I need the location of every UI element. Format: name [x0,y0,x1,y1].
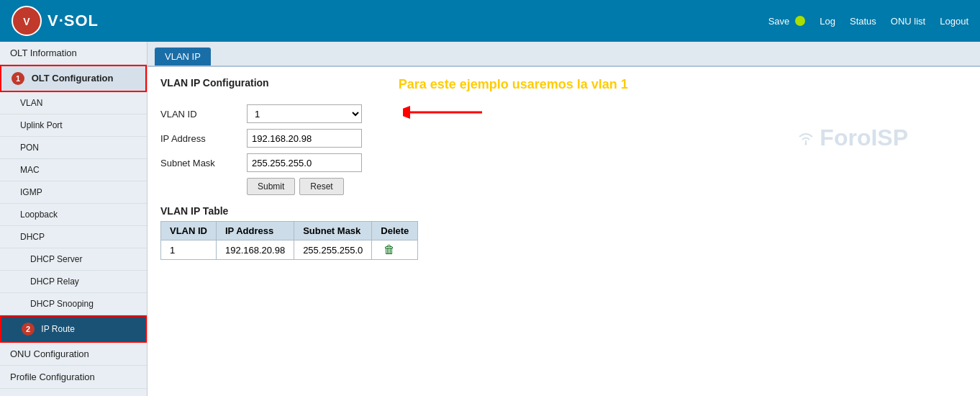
tab-vlan-ip-label: VLAN IP [165,51,201,62]
sidebar-item-vlan[interactable]: VLAN [0,92,147,114]
sidebar-item-olt-configuration[interactable]: 1 OLT Configuration [0,65,147,92]
sidebar-label-dhcp-server: DHCP Server [30,254,82,264]
col-subnet-mask: Subnet Mask [294,222,372,240]
tab-vlan-ip[interactable]: VLAN IP [155,48,211,66]
sidebar-item-loopback[interactable]: Loopback [0,204,147,226]
sidebar-label-dhcp: DHCP [20,232,45,242]
subnet-mask-label: Subnet Mask [160,158,247,168]
badge-2: 2 [22,323,35,336]
sidebar-item-dhcp-server[interactable]: DHCP Server [0,248,147,271]
sidebar-label-loopback: Loopback [20,210,58,220]
header-right: Save Log Status ONU list Logout [768,16,968,27]
sidebar-item-dhcp[interactable]: DHCP [0,226,147,248]
sidebar-label-olt-information: OLT Information [10,48,77,58]
sidebar-item-system-configuration[interactable]: System Configuration [0,389,147,396]
col-delete: Delete [372,222,418,240]
tab-bar: VLAN IP [148,42,980,67]
header-save: Save [768,16,806,27]
sidebar-item-ip-route[interactable]: 2 IP Route [0,315,147,343]
sidebar-label-mac: MAC [20,165,40,175]
delete-row-button[interactable]: 🗑 [381,243,398,256]
watermark: ForoISP [795,125,908,151]
watermark-text: ForoISP [820,125,908,151]
row-vlan-id: 1 [161,240,217,260]
sidebar-label-igmp: IGMP [20,187,42,197]
save-label[interactable]: Save [768,16,790,27]
main-content: VLAN IP VLAN IP Configuration Para este … [148,42,980,396]
form-buttons: Submit Reset [160,178,967,195]
table-section-title: VLAN IP Table [160,205,967,217]
logo-area: V V·SOL [12,6,99,36]
nav-onu-list[interactable]: ONU list [891,16,925,27]
layout: OLT Information 1 OLT Configuration VLAN… [0,42,980,396]
sidebar-item-onu-configuration[interactable]: ONU Configuration [0,343,147,366]
sidebar-label-profile-configuration: Profile Configuration [10,372,95,382]
sidebar-item-igmp[interactable]: IGMP [0,181,147,204]
vlan-id-label: VLAN ID [160,109,247,120]
reset-button[interactable]: Reset [299,178,343,195]
row-ip-address: 192.168.20.98 [217,240,294,260]
col-ip-address: IP Address [217,222,294,240]
section-title: VLAN IP Configuration [160,77,269,89]
subnet-mask-input[interactable] [247,153,362,172]
ip-address-input[interactable] [247,129,362,148]
sidebar-item-dhcp-relay[interactable]: DHCP Relay [0,271,147,293]
content-area: VLAN IP Configuration Para este ejemplo … [148,67,980,270]
submit-button[interactable]: Submit [247,178,295,195]
col-vlan-id: VLAN ID [161,222,217,240]
row-delete-cell: 🗑 [372,240,418,260]
header: V V·SOL Save Log Status ONU list Logout [0,0,980,42]
sidebar-label-dhcp-relay: DHCP Relay [30,276,79,287]
sidebar-item-mac[interactable]: MAC [0,159,147,181]
svg-point-4 [805,143,807,145]
vsol-logo-icon: V [12,6,42,36]
row-subnet-mask: 255.255.255.0 [294,240,372,260]
logo-text: V·SOL [47,12,99,30]
annotation-text: Para este ejemplo usaremos la vlan 1 [399,77,628,92]
title-row: VLAN IP Configuration Para este ejemplo … [160,77,967,97]
ip-address-label: IP Address [160,133,247,144]
sidebar-item-uplink-port[interactable]: Uplink Port [0,114,147,137]
nav-logout[interactable]: Logout [940,16,968,27]
sidebar-label-vlan: VLAN [20,98,42,108]
sidebar-label-olt-configuration: OLT Configuration [32,73,114,84]
annotation-area: Para este ejemplo usaremos la vlan 1 [399,77,628,92]
foro-wifi-icon [795,127,817,149]
table-row: 1 192.168.20.98 255.255.255.0 🗑 [161,240,418,260]
header-nav: Log Status ONU list Logout [820,16,968,27]
sidebar: OLT Information 1 OLT Configuration VLAN… [0,42,148,396]
sidebar-item-dhcp-snooping[interactable]: DHCP Snooping [0,293,147,315]
badge-1: 1 [12,72,24,85]
form-row-subnet-mask: Subnet Mask [160,153,967,172]
sidebar-item-profile-configuration[interactable]: Profile Configuration [0,366,147,389]
sidebar-item-olt-information[interactable]: OLT Information [0,42,147,65]
vlan-id-select[interactable]: 1 2 3 [247,104,362,123]
sidebar-item-pon[interactable]: PON [0,137,147,159]
status-indicator [795,16,805,26]
vlan-ip-table: VLAN ID IP Address Subnet Mask Delete 1 … [160,221,418,260]
svg-text:V: V [23,16,30,27]
sidebar-label-onu-configuration: ONU Configuration [10,348,89,359]
sidebar-label-dhcp-snooping: DHCP Snooping [30,299,94,309]
sidebar-label-pon: PON [20,143,39,153]
sidebar-label-ip-route: IP Route [41,324,74,334]
sidebar-label-uplink-port: Uplink Port [20,120,63,130]
form-row-vlan-id: VLAN ID 1 2 3 [160,104,967,123]
nav-status[interactable]: Status [850,16,876,27]
nav-log[interactable]: Log [820,16,835,27]
